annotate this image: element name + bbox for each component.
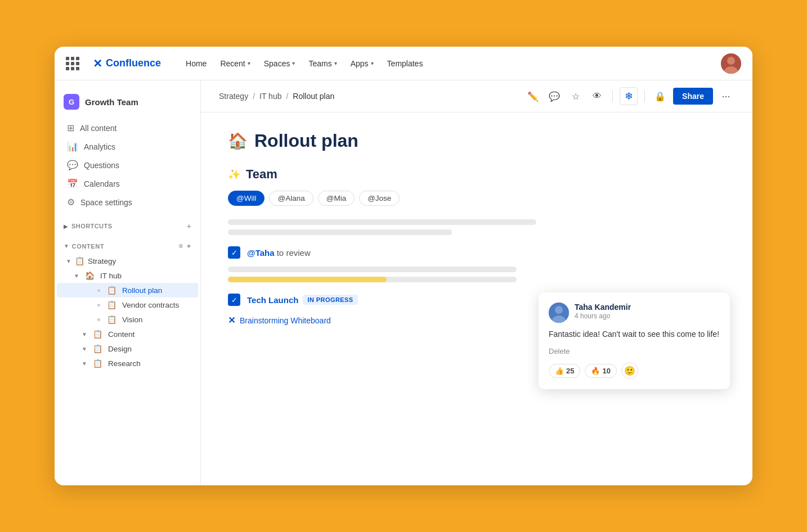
tree-item-vendor-contracts[interactable]: 📋 Vendor contracts: [57, 297, 198, 312]
team-section-label: Team: [246, 167, 277, 182]
breadcrumb-strategy[interactable]: Strategy: [219, 92, 248, 101]
chevron-down-icon: ▼: [82, 331, 91, 337]
thumbsup-emoji: 👍: [555, 367, 564, 375]
home-page-icon: 🏠: [85, 271, 95, 280]
nav-recent[interactable]: Recent ▾: [214, 56, 255, 71]
sidebar-item-space-settings[interactable]: ⚙ Space settings: [58, 193, 197, 211]
page-content: 🏠 Rollout plan ✨ Team @Will @Alana @Mia …: [201, 112, 752, 485]
tag-jose[interactable]: @Jose: [359, 191, 400, 206]
grid-icon: ⊞: [67, 123, 74, 133]
reaction-thumbsup[interactable]: 👍 25: [549, 364, 580, 378]
progress-fill: [228, 277, 387, 282]
tree-item-rollout-plan[interactable]: 📋 Rollout plan: [57, 283, 198, 297]
task-text: @Taha to review: [247, 248, 311, 258]
tree-item-it-hub[interactable]: ▼ 🏠 IT hub: [57, 268, 198, 283]
content-line: [228, 219, 536, 225]
sidebar-item-analytics[interactable]: 📊 Analytics: [58, 137, 197, 156]
content-line-partial: [228, 277, 517, 282]
team-section-heading: ✨ Team: [228, 167, 725, 182]
top-nav: ✕ Confluence Home Recent ▾ Spaces ▾ Team…: [55, 47, 752, 80]
comment-author: Taha Kandemir: [575, 303, 631, 312]
tree-item-research[interactable]: ▼ 📋 Research: [57, 356, 198, 371]
comment-time: 4 hours ago: [575, 312, 631, 320]
nav-apps[interactable]: Apps ▾: [345, 56, 379, 71]
task-taha-review: ✓ @Taha to review: [228, 246, 725, 259]
sidebar-item-all-content[interactable]: ⊞ All content: [58, 119, 197, 137]
sidebar-item-calendars[interactable]: 📅 Calendars: [58, 174, 197, 193]
chevron-down-icon: ▼: [82, 360, 91, 367]
divider: [644, 91, 645, 102]
page-title: Rollout plan: [254, 130, 358, 151]
nav-home[interactable]: Home: [180, 56, 212, 71]
ai-icon[interactable]: ❄: [620, 87, 638, 105]
page-icon: 📋: [93, 359, 102, 368]
chevron-down-icon: ▼: [64, 243, 70, 249]
edit-icon[interactable]: ✏️: [524, 88, 541, 105]
mention-taha[interactable]: @Taha: [247, 248, 275, 258]
add-content-icon[interactable]: +: [187, 242, 191, 250]
in-progress-badge: IN PROGRESS: [303, 295, 357, 305]
smiley-icon: 🙂: [624, 366, 635, 376]
checkbox-checked[interactable]: ✓: [228, 246, 240, 259]
questions-icon: 💬: [67, 160, 78, 170]
tag-mia[interactable]: @Mia: [318, 191, 355, 206]
tech-launch-badge[interactable]: Tech Launch IN PROGRESS: [247, 295, 358, 305]
share-button[interactable]: Share: [673, 88, 713, 105]
logo[interactable]: ✕ Confluence: [93, 57, 161, 70]
logo-text: Confluence: [106, 57, 161, 69]
sidebar-item-questions[interactable]: 💬 Questions: [58, 156, 197, 174]
chevron-down-icon: ▼: [66, 258, 75, 264]
nav-spaces[interactable]: Spaces ▾: [258, 56, 301, 71]
grid-menu-icon[interactable]: [66, 57, 79, 70]
bullet-icon: [97, 318, 100, 321]
nav-teams[interactable]: Teams ▾: [303, 56, 342, 71]
page-icon: 📋: [93, 344, 102, 353]
reaction-fire[interactable]: 🔥 10: [585, 364, 616, 378]
shortcuts-row[interactable]: ▶ SHORTCUTS +: [55, 218, 200, 234]
tree-item-vision[interactable]: 📋 Vision: [57, 312, 198, 327]
chevron-down-icon: ▾: [371, 60, 374, 66]
analytics-icon: 📊: [67, 141, 78, 152]
reaction-count-thumbsup: 25: [566, 367, 574, 375]
add-shortcut-icon[interactable]: +: [187, 222, 191, 231]
tree-item-design[interactable]: ▼ 📋 Design: [57, 341, 198, 356]
page-icon: 📋: [107, 300, 116, 309]
sidebar: G Growth Team ⊞ All content 📊 Analytics …: [55, 80, 201, 485]
tree-item-strategy[interactable]: ▼ 📋 Strategy: [57, 254, 198, 268]
delete-button[interactable]: Delete: [549, 347, 720, 355]
page-icon: 📋: [75, 256, 84, 265]
chevron-down-icon: ▾: [248, 60, 250, 66]
comment-icon[interactable]: 💬: [546, 88, 563, 105]
page-title-row: 🏠 Rollout plan: [228, 130, 725, 151]
page-icon: 📋: [107, 315, 116, 324]
content-area: Strategy / IT hub / Rollout plan ✏️ 💬 ☆ …: [201, 80, 752, 485]
tree-item-content[interactable]: ▼ 📋 Content: [57, 327, 198, 341]
fire-emoji: 🔥: [591, 367, 600, 375]
chevron-down-icon: ▼: [74, 273, 83, 279]
star-icon[interactable]: ☆: [567, 88, 584, 105]
avatar[interactable]: [721, 53, 741, 74]
breadcrumb-bar: Strategy / IT hub / Rollout plan ✏️ 💬 ☆ …: [201, 80, 752, 112]
checkbox-checked[interactable]: ✓: [228, 294, 240, 306]
nav-links: Home Recent ▾ Spaces ▾ Teams ▾ Apps ▾ Te…: [180, 56, 707, 71]
chevron-down-icon: ▾: [334, 60, 337, 66]
add-reaction-button[interactable]: 🙂: [621, 362, 638, 379]
avatar-image: [721, 53, 741, 74]
content-line: [228, 267, 517, 272]
content-line: [228, 229, 452, 235]
more-options-icon[interactable]: ···: [718, 88, 734, 105]
breadcrumb-current: Rollout plan: [293, 92, 334, 101]
whiteboard-label: Brainstorming Whiteboard: [240, 316, 331, 325]
sidebar-space-header[interactable]: G Growth Team: [55, 89, 200, 119]
comment-body: Fantastic idea! Can't wait to see this c…: [549, 328, 720, 340]
filter-icon[interactable]: ≡: [178, 242, 183, 250]
confluence-x-icon: ✕: [228, 315, 235, 326]
nav-templates[interactable]: Templates: [382, 56, 429, 71]
commenter-avatar-image: [549, 303, 569, 323]
lock-icon[interactable]: 🔒: [652, 88, 669, 105]
tag-alana[interactable]: @Alana: [269, 191, 313, 206]
tag-will[interactable]: @Will: [228, 191, 264, 206]
content-lines-2: [228, 267, 725, 282]
watch-icon[interactable]: 👁: [589, 88, 606, 105]
breadcrumb-it-hub[interactable]: IT hub: [259, 92, 281, 101]
